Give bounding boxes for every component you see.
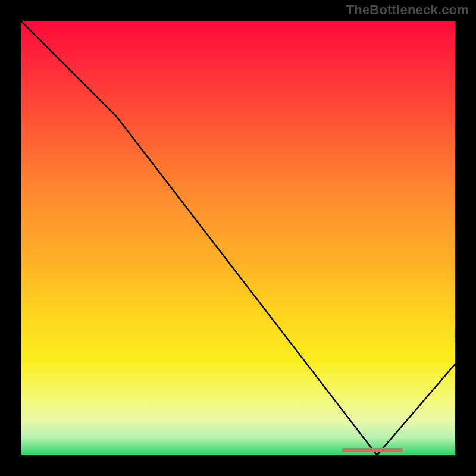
watermark-text: TheBottleneck.com	[346, 2, 469, 18]
plot-area	[21, 21, 455, 455]
chart-frame: TheBottleneck.com	[0, 0, 476, 476]
bottleneck-curve-svg	[21, 21, 455, 455]
optimal-range-marker	[342, 448, 403, 452]
bottleneck-curve	[21, 21, 455, 455]
